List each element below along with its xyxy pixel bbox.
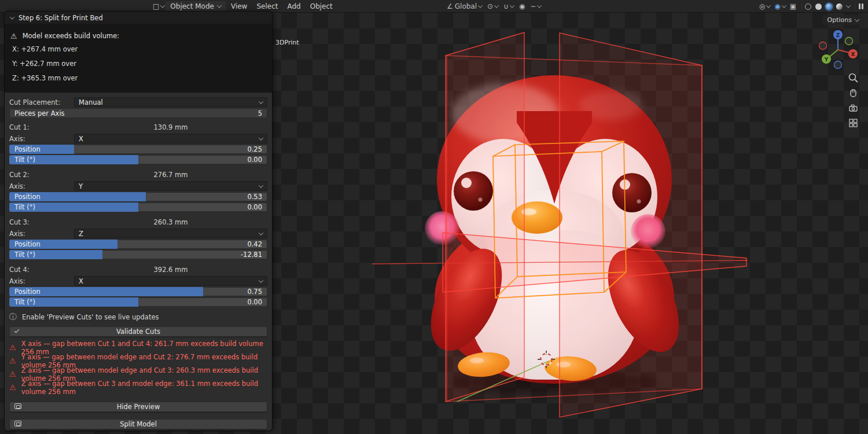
chevron-down-icon: [781, 3, 786, 8]
app-window: □ Object Mode View Select Add Object ∠ G…: [0, 0, 868, 434]
cut-plane-4[interactable]: [560, 33, 702, 417]
menu-object[interactable]: Object: [306, 1, 337, 12]
menu-add[interactable]: Add: [283, 1, 304, 12]
axis-x-neg-ball[interactable]: [819, 42, 827, 50]
cut3-axis-value: Z: [79, 230, 83, 238]
error-message: ⚠ X axis — gap between Cut 1 and Cut 4: …: [9, 343, 267, 352]
cut1-position-value: 0.25: [247, 145, 262, 154]
cut3-position-slider[interactable]: Position 0.42: [9, 240, 267, 249]
position-label: Position: [14, 145, 41, 154]
chevron-down-icon: [259, 230, 263, 235]
falloff-icon[interactable]: ∼: [530, 2, 541, 10]
cut2-tilt-slider[interactable]: Tilt (°) 0.00: [9, 203, 267, 212]
gizmos-toggle-icon[interactable]: ◎: [759, 2, 770, 10]
overlays-toggle-icon[interactable]: ◉: [774, 2, 785, 10]
cut1-label: Cut 1:: [9, 123, 74, 131]
error-icon: ⚠: [9, 370, 16, 378]
cut4-position-slider[interactable]: Position 0.75: [9, 287, 267, 296]
scene-collection-label: 3DPrint: [275, 39, 299, 46]
preview-icon: [14, 403, 21, 409]
info-icon: ⓘ: [9, 312, 17, 322]
chevron-down-icon: [494, 3, 499, 8]
camera-view-icon[interactable]: [847, 102, 859, 113]
navigation-gizmo[interactable]: Z X Y: [816, 28, 860, 72]
menu-select[interactable]: Select: [252, 1, 282, 12]
cut2-position-slider[interactable]: Position 0.53: [9, 192, 267, 201]
pieces-value: 5: [258, 109, 262, 117]
error-message: ⚠ Z axis — gap between Cut 3 and model e…: [9, 382, 267, 392]
viewport-side-tools: [847, 72, 859, 128]
options-label: Options: [827, 16, 852, 24]
cut1-tilt-slider[interactable]: Tilt (°) 0.00: [9, 155, 267, 164]
hide-preview-button[interactable]: Hide Preview: [9, 402, 267, 412]
orientation-select[interactable]: ∠ Global: [447, 2, 482, 10]
chevron-down-icon: [766, 3, 771, 8]
error-message: ⚠ Z axis — gap between model edge and Cu…: [9, 369, 267, 379]
material-shading-icon[interactable]: [826, 3, 832, 10]
split-model-label: Split Model: [120, 420, 157, 428]
axis-label: Axis:: [9, 277, 74, 285]
xray-toggle-icon[interactable]: ▣: [790, 2, 796, 10]
error-icon: ⚠: [9, 356, 16, 365]
cut3-size: 260.3 mm: [74, 218, 267, 226]
region-toggle-icon[interactable]: [859, 3, 863, 9]
pan-hand-icon[interactable]: [847, 87, 859, 98]
cut4-tilt-slider[interactable]: Tilt (°) 0.00: [9, 297, 267, 307]
split-icon: [14, 421, 21, 426]
pivot-point-icon[interactable]: ⊙: [487, 2, 498, 10]
solid-shading-icon[interactable]: [815, 3, 822, 10]
shading-dropdown-icon[interactable]: [846, 3, 851, 8]
editor-type-icon[interactable]: □: [153, 2, 164, 10]
chevron-down-icon: [259, 278, 263, 282]
error-icon: ⚠: [9, 383, 16, 392]
options-button[interactable]: Options: [823, 15, 863, 25]
cut1-axis-select[interactable]: X: [74, 134, 267, 144]
wireframe-shading-icon[interactable]: [805, 3, 811, 10]
axis-z-neg-ball[interactable]: [834, 61, 842, 69]
cut3-tilt-slider[interactable]: Tilt (°) -12.81: [9, 250, 267, 259]
cut4-label: Cut 4:: [9, 266, 74, 274]
split-panel: Step 6: Split for Print Bed ⚠ Model exce…: [5, 12, 272, 431]
cut3-axis-select[interactable]: Z: [74, 229, 267, 238]
error-text: Z axis — gap between Cut 3 and model edg…: [21, 380, 267, 396]
warning-title: Model exceeds build volume:: [23, 32, 120, 40]
panel-header[interactable]: Step 6: Split for Print Bed: [5, 12, 272, 24]
proportional-edit-icon[interactable]: ◉: [519, 2, 525, 10]
cut-plane-1[interactable]: [446, 32, 524, 402]
zoom-icon[interactable]: [847, 72, 859, 83]
cut-section-1: Cut 1: 130.9 mm Axis: X Position 0.25: [9, 118, 267, 165]
axis-z-label: Z: [836, 32, 840, 38]
validate-cuts-button[interactable]: Validate Cuts: [9, 326, 267, 337]
axis-y-neg-ball[interactable]: [845, 38, 853, 45]
rendered-shading-icon[interactable]: [836, 3, 843, 10]
tilt-label: Tilt (°): [14, 297, 35, 307]
cut2-size: 276.7 mm: [74, 171, 267, 179]
cut1-size: 130.9 mm: [74, 123, 267, 131]
chevron-down-icon: [259, 135, 263, 140]
cut-section-2: Cut 2: 276.7 mm Axis: Y Position 0.53: [9, 165, 267, 213]
menu-view[interactable]: View: [227, 1, 251, 12]
pieces-per-axis-field[interactable]: Pieces per Axis 5: [9, 108, 267, 118]
error-message: ⚠ Y axis — gap between model edge and Cu…: [9, 356, 267, 366]
cut2-axis-select[interactable]: Y: [74, 181, 267, 191]
cut2-tilt-value: 0.00: [247, 203, 262, 212]
mode-select[interactable]: Object Mode: [165, 1, 226, 12]
snap-magnet-icon[interactable]: ∪: [503, 2, 514, 10]
cut-placement-select[interactable]: Manual: [74, 97, 267, 107]
axis-label: Axis:: [9, 230, 74, 238]
cut-section-4: Cut 4: 392.6 mm Axis: X Position 0.75: [9, 260, 267, 308]
position-label: Position: [14, 287, 41, 296]
grid-ortho-icon[interactable]: [847, 117, 859, 128]
tilt-label: Tilt (°): [14, 250, 35, 259]
split-model-button[interactable]: Split Model: [9, 419, 267, 429]
cut3-label: Cut 3:: [9, 218, 74, 226]
axis-label: Axis:: [9, 182, 74, 190]
cut4-axis-select[interactable]: X: [74, 276, 267, 286]
cut3-tilt-value: -12.81: [241, 250, 262, 259]
cut1-axis-value: X: [79, 135, 83, 143]
panel-title: Step 6: Split for Print Bed: [19, 14, 103, 22]
cut-placement-value: Manual: [79, 98, 103, 106]
check-icon: [14, 328, 19, 333]
pieces-label: Pieces per Axis: [14, 109, 65, 117]
cut1-position-slider[interactable]: Position 0.25: [9, 145, 267, 154]
